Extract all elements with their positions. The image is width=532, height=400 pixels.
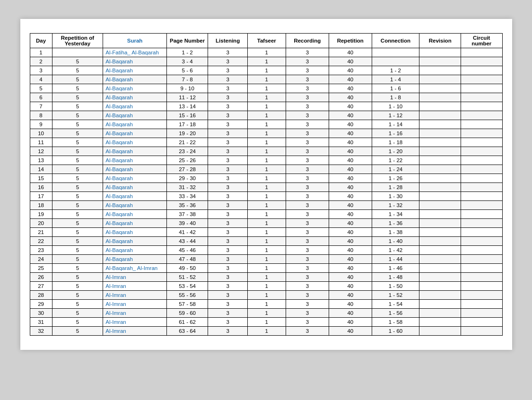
table-row: 225Al-Baqarah43 - 44313401 - 40 <box>30 237 502 246</box>
table-row: 65Al-Baqarah11 - 12313401 - 8 <box>30 93 502 102</box>
header-tafseer: Tafseer <box>247 34 286 48</box>
table-row: 285Al-Imran55 - 56313401 - 52 <box>30 291 502 300</box>
header-circuit: Circuit number <box>461 34 502 48</box>
table-row: 35Al-Baqarah5 - 6313401 - 2 <box>30 66 502 75</box>
table-row: 235Al-Baqarah45 - 46313401 - 42 <box>30 246 502 255</box>
header-connection: Connection <box>372 34 419 48</box>
table-row: 245Al-Baqarah47 - 48313401 - 44 <box>30 255 502 264</box>
header-day: Day <box>30 34 52 48</box>
table-row: 185Al-Baqarah35 - 36313401 - 32 <box>30 201 502 210</box>
table-row: 45Al-Baqarah7 - 8313401 - 4 <box>30 75 502 84</box>
header-listening: Listening <box>208 34 248 48</box>
table-row: 1Al-Fatiha_ Al-Baqarah1 - 231340 <box>30 48 502 57</box>
schedule-table: Day Repetition of Yesterday Surah Page N… <box>30 33 503 336</box>
main-page: Day Repetition of Yesterday Surah Page N… <box>20 19 512 350</box>
table-row: 155Al-Baqarah29 - 30313401 - 26 <box>30 174 502 183</box>
table-row: 125Al-Baqarah23 - 24313401 - 20 <box>30 147 502 156</box>
table-row: 215Al-Baqarah41 - 42313401 - 38 <box>30 228 502 237</box>
table-row: 165Al-Baqarah31 - 32313401 - 28 <box>30 183 502 192</box>
header-rep2: Repetition <box>329 34 372 48</box>
table-row: 25Al-Baqarah3 - 431340 <box>30 57 502 66</box>
table-row: 135Al-Baqarah25 - 26313401 - 22 <box>30 156 502 165</box>
header-recording: Recording <box>286 34 329 48</box>
table-row: 85Al-Baqarah15 - 16313401 - 12 <box>30 111 502 120</box>
header-page: Page Number <box>166 34 208 48</box>
table-row: 305Al-Imran59 - 60313401 - 56 <box>30 309 502 318</box>
table-row: 295Al-Imran57 - 58313401 - 54 <box>30 300 502 309</box>
table-row: 325Al-Imran63 - 64313401 - 60 <box>30 327 502 336</box>
table-row: 115Al-Baqarah21 - 22313401 - 18 <box>30 138 502 147</box>
header-revision: Revision <box>419 34 461 48</box>
table-row: 265Al-Imran51 - 52313401 - 48 <box>30 273 502 282</box>
table-row: 105Al-Baqarah19 - 20313401 - 16 <box>30 129 502 138</box>
table-row: 275Al-Imran53 - 54313401 - 50 <box>30 282 502 291</box>
table-row: 315Al-Imran61 - 62313401 - 58 <box>30 318 502 327</box>
table-row: 55Al-Baqarah9 - 10313401 - 6 <box>30 84 502 93</box>
table-row: 255Al-Baqarah_ Al-Imran49 - 50313401 - 4… <box>30 264 502 273</box>
table-row: 205Al-Baqarah39 - 40313401 - 36 <box>30 219 502 228</box>
header-surah: Surah <box>103 34 167 48</box>
table-row: 195Al-Baqarah37 - 38313401 - 34 <box>30 210 502 219</box>
table-row: 95Al-Baqarah17 - 18313401 - 14 <box>30 120 502 129</box>
table-row: 75Al-Baqarah13 - 14313401 - 10 <box>30 102 502 111</box>
header-repetition: Repetition of Yesterday <box>52 34 103 48</box>
table-row: 175Al-Baqarah33 - 34313401 - 30 <box>30 192 502 201</box>
table-row: 145Al-Baqarah27 - 28313401 - 24 <box>30 165 502 174</box>
